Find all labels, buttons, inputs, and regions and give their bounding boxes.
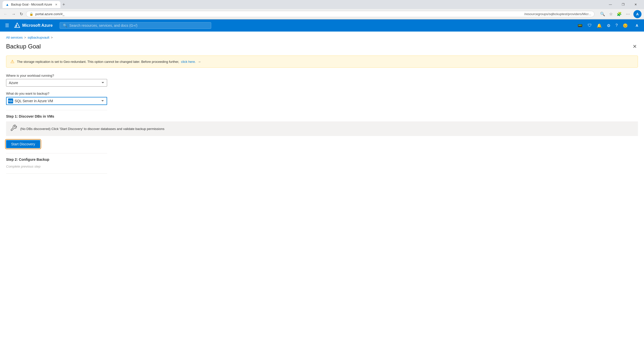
backup-select[interactable]: SQL Server in Azure VM Azure Virtual Mac… [6,97,107,105]
active-tab: ▲ Backup Goal - Microsoft Azure ✕ [3,1,60,8]
step2-title: Step 2: Configure Backup [6,157,638,162]
extensions-btn[interactable]: 🧩 [615,11,623,17]
close-panel-button[interactable]: ✕ [632,42,638,50]
svg-marker-0 [15,23,20,28]
forward-button[interactable]: → [11,11,17,17]
azure-top-nav: ☰ Microsoft Azure 🔍 📟 🛡 🔔 ⚙ ? 😊 A [0,19,644,32]
workload-section: Where is your workload running? Azure On… [6,74,638,87]
browser-titlebar: ▲ Backup Goal - Microsoft Azure ✕ + — ❐ … [0,0,644,9]
minimize-button[interactable]: — [605,1,616,8]
nav-right-icons: 📟 🛡 🔔 ⚙ ? 😊 A [576,21,641,30]
settings-btn[interactable]: ⚙ [605,22,612,30]
warning-banner: ⚠ The storage replication is set to Geo-… [6,56,638,68]
backup-select-wrapper: SQL SQL Server in Azure VM Azure Virtual… [6,97,107,105]
workload-label: Where is your workload running? [6,74,638,77]
refresh-button[interactable]: ↻ [19,11,24,17]
cloud-shell-btn[interactable]: 📟 [576,22,585,30]
address-left: portal.azure.com/#_ [35,12,64,16]
main-content: All services > sqlbackupvault > Backup G… [0,32,644,182]
warning-icon: ⚠ [10,59,14,64]
feedback-btn[interactable]: 😊 [621,22,630,30]
close-button[interactable]: ✕ [630,1,641,8]
tab-favicon: ▲ [6,3,9,7]
discovery-banner: (No DBs discovered) Click 'Start Discove… [6,121,638,136]
breadcrumb-sep-1: > [24,36,26,39]
search-browser-btn[interactable]: 🔍 [599,11,607,17]
address-bar[interactable]: 🔒 portal.azure.com/#_ /resourcegroups/sq… [26,11,594,17]
notifications-btn[interactable]: 🔔 [595,22,604,30]
page-title: Backup Goal [6,43,41,50]
breadcrumb-vault[interactable]: sqlbackupvault [28,36,49,39]
page-container: All services > sqlbackupvault > Backup G… [0,32,644,345]
back-button[interactable]: ← [3,11,9,17]
start-discovery-button[interactable]: Start Discovery [6,140,40,148]
global-search-bar[interactable]: 🔍 [60,22,211,29]
profile-button[interactable]: A [633,10,641,18]
hamburger-menu-button[interactable]: ☰ [3,22,11,29]
step2-section: Step 2: Configure Backup Complete previo… [6,157,638,168]
address-right: /resourcegroups/sqlbckuptest/providers/M… [524,12,591,16]
breadcrumb-all-services[interactable]: All services [6,36,23,39]
breadcrumb-sep-2: > [51,36,53,39]
wrench-icon [10,124,17,133]
tab-title: Backup Goal - Microsoft Azure [11,3,52,6]
divider-3 [6,173,107,174]
directory-btn[interactable]: 🛡 [586,22,594,29]
new-tab-button[interactable]: + [61,2,66,7]
search-icon: 🔍 [63,23,67,28]
divider-1 [6,110,107,110]
step1-section: Step 1: Discover DBs in VMs (No DBs disc… [6,114,638,148]
browser-toolbar-icons: 🔍 ☆ 🧩 ⋯ [599,11,631,17]
divider-2 [6,153,107,153]
window-controls: — ❐ ✕ [605,1,641,8]
backup-label: What do you want to backup? [6,92,638,95]
account-profile-btn[interactable]: A [633,21,641,30]
step1-title: Step 1: Discover DBs in VMs [6,114,638,118]
step2-note: Complete previous step [6,165,638,168]
tab-close-btn[interactable]: ✕ [55,3,57,6]
browser-toolbar: ← → ↻ 🔒 portal.azure.com/#_ /resourcegro… [0,9,644,19]
azure-logo[interactable]: Microsoft Azure [14,22,53,29]
page-header: Backup Goal ✕ [6,42,638,50]
discovery-message: (No DBs discovered) Click 'Start Discove… [20,127,164,131]
browser-chrome: ▲ Backup Goal - Microsoft Azure ✕ + — ❐ … [0,0,644,19]
warning-link[interactable]: click here. [181,60,196,64]
warning-text: The storage replication is set to Geo-re… [17,60,201,64]
workload-select[interactable]: Azure On-Premises Other [6,79,107,87]
azure-logo-icon [14,22,20,29]
breadcrumb: All services > sqlbackupvault > [6,36,638,39]
global-search-input[interactable] [69,23,208,28]
favorites-btn[interactable]: ☆ [608,11,614,17]
backup-section: What do you want to backup? SQL SQL Serv… [6,92,638,105]
azure-logo-text: Microsoft Azure [22,23,53,28]
lock-icon: 🔒 [29,12,33,16]
more-btn[interactable]: ⋯ [624,11,631,17]
maximize-button[interactable]: ❐ [617,1,629,8]
help-btn[interactable]: ? [613,22,620,29]
